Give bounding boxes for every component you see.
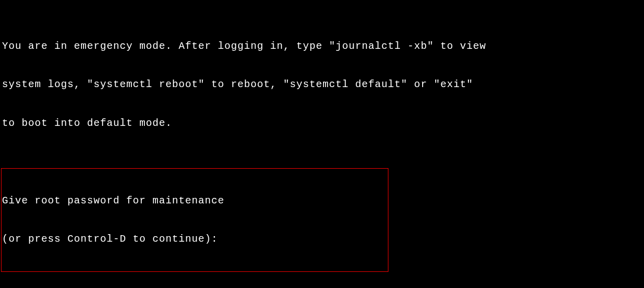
maintenance-line-1: Give root password for maintenance (2, 194, 388, 207)
intro-line-2: system logs, "systemctl reboot" to reboo… (2, 78, 642, 91)
intro-line-3: to boot into default mode. (2, 117, 642, 130)
highlight-box-maintenance: Give root password for maintenance (or p… (1, 168, 388, 272)
intro-line-1: You are in emergency mode. After logging… (2, 40, 642, 53)
maintenance-line-2: (or press Control-D to continue): (2, 233, 388, 246)
terminal[interactable]: You are in emergency mode. After logging… (0, 0, 644, 288)
